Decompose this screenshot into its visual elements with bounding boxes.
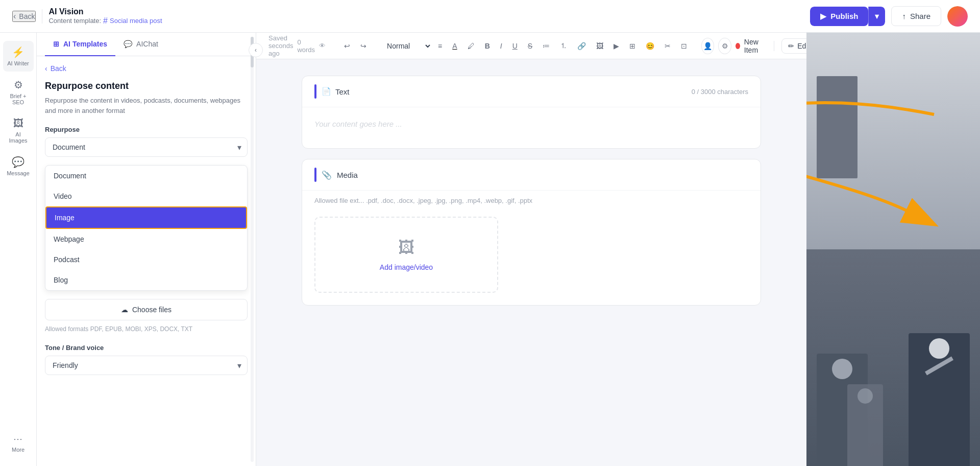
dropdown-item-webpage[interactable]: Webpage (45, 229, 247, 249)
align-button[interactable]: ≡ (434, 39, 446, 53)
share-label: Share (910, 12, 930, 20)
app-info: AI Vision Content template: # Social med… (48, 7, 162, 26)
publish-caret-button[interactable]: ▾ (868, 7, 885, 26)
bullet-list-button[interactable]: ≔ (538, 39, 554, 53)
play-toolbar-button[interactable]: ▶ (609, 39, 623, 53)
tab-aichat[interactable]: 💬 AIChat (115, 33, 166, 56)
sidebar-content: ‹ Back Repurpose content Repurpose the c… (37, 56, 256, 466)
lightning-icon: ⚡ (12, 46, 24, 58)
sidebar-item-more[interactable]: ··· More (3, 429, 34, 458)
back-button[interactable]: ‹ Back (12, 11, 36, 22)
avatar[interactable] (947, 6, 968, 27)
upload-placeholder-icon: 🖼 (398, 238, 414, 257)
choose-files-button[interactable]: ☁ Choose files (45, 299, 248, 320)
link-button[interactable]: 🔗 (573, 39, 590, 53)
musicians-photo (806, 33, 980, 466)
saved-text: Saved seconds ago (268, 34, 293, 57)
save-status: Saved seconds ago 0 words 👁 (268, 34, 326, 57)
editing-button[interactable]: ✏ Editing ▾ (781, 38, 806, 54)
trumpet (925, 357, 953, 376)
image-toolbar-button[interactable]: 🖼 (592, 39, 607, 53)
media-section-title: Media (337, 171, 358, 179)
sidebar-panel: ⊞ AI Templates 💬 AIChat ‹ ‹ Back Repurpo… (37, 33, 256, 466)
share-icon: ↑ (902, 12, 906, 20)
dropdown-item-podcast[interactable]: Podcast (45, 249, 247, 270)
sidebar-back-link[interactable]: ‹ Back (45, 64, 248, 73)
chevron-left-icon: ‹ (255, 46, 257, 54)
editor-content: 📄 Text 0 / 3000 characters Your content … (256, 59, 806, 466)
app-title: AI Vision (48, 7, 162, 16)
gear-icon: ⚙ (14, 79, 23, 91)
musician-3-head (857, 388, 873, 404)
redo-button[interactable]: ↪ (356, 39, 371, 53)
dropdown-item-video[interactable]: Video (45, 186, 247, 206)
musician-2 (909, 333, 970, 466)
template-link[interactable]: Social media post (110, 17, 162, 25)
sidebar-item-message[interactable]: 💬 Message (3, 151, 34, 181)
sidebar-back-label: Back (51, 64, 66, 73)
musician-2-head (929, 338, 949, 359)
repurpose-field-label: Repurpose (45, 126, 248, 133)
dropdown-item-blog[interactable]: Blog (45, 270, 247, 290)
text-section-name: 📄 Text (322, 87, 350, 96)
sidebar-tabs: ⊞ AI Templates 💬 AIChat (37, 33, 256, 56)
text-section: 📄 Text 0 / 3000 characters Your content … (302, 76, 761, 149)
back-arrow-icon: ‹ (13, 12, 16, 21)
nav-label-ai-images: AI Images (7, 131, 30, 144)
dropdown-item-document[interactable]: Document (45, 166, 247, 186)
sidebar-collapse-button[interactable]: ‹ (249, 43, 263, 57)
sidebar-item-brief-seo[interactable]: ⚙ Brief + SEO (3, 74, 34, 110)
sidebar-item-ai-writer[interactable]: ⚡ AI Writer (3, 41, 34, 72)
emoji-button[interactable]: 😊 (642, 39, 658, 53)
add-media-label: Add image/video (380, 263, 433, 271)
dropdown-item-image[interactable]: Image (45, 206, 247, 229)
table-button[interactable]: ⊞ (625, 39, 640, 53)
tone-select-wrap: Friendly Professional Casual ▾ (45, 356, 248, 375)
nav-label-message: Message (7, 170, 30, 176)
tone-select[interactable]: Friendly Professional Casual (45, 356, 248, 375)
share-button[interactable]: ↑ Share (891, 6, 941, 26)
image-icon: 🖼 (13, 118, 23, 129)
repurpose-dropdown-list: Document Video Image Webpage Podcast Blo… (45, 165, 248, 291)
media-section-bar (314, 168, 316, 182)
highlight-button[interactable]: 🖊 (463, 39, 479, 53)
indent-button[interactable]: ⊡ (677, 39, 691, 53)
underline-button[interactable]: U (508, 39, 522, 53)
repurpose-select-wrap: Document Video Image Webpage Podcast Blo… (45, 137, 248, 157)
new-item-dot (736, 43, 740, 49)
text-section-body[interactable]: Your content goes here ... (302, 107, 761, 148)
word-count: 0 words (297, 38, 315, 54)
strikethrough-button[interactable]: S (524, 39, 536, 53)
text-style-select[interactable]: Normal Heading 1 Heading 2 (381, 39, 432, 53)
undo-button[interactable]: ↩ (340, 39, 354, 53)
text-section-header: 📄 Text 0 / 3000 characters (302, 76, 761, 107)
editor-inner: 📄 Text 0 / 3000 characters Your content … (302, 76, 761, 306)
choose-files-label: Choose files (132, 306, 172, 314)
nav-label-ai-writer: AI Writer (7, 60, 29, 66)
media-allowed-text: Allowed file ext... .pdf, .doc, .docx, .… (302, 191, 761, 211)
numbered-list-button[interactable]: ⒈ (556, 38, 571, 54)
user-icon-button[interactable]: 👤 (701, 38, 714, 54)
tab-ai-templates-label: AI Templates (63, 40, 107, 48)
divider (42, 9, 42, 24)
settings-icon-button[interactable]: ⚙ (718, 38, 731, 54)
repurpose-select[interactable]: Document Video Image Webpage Podcast Blo… (45, 137, 248, 157)
italic-button[interactable]: I (496, 39, 506, 53)
media-upload-zone[interactable]: 🖼 Add image/video (314, 217, 498, 293)
new-item-button[interactable]: New Item (736, 38, 767, 54)
bold-button[interactable]: B (481, 39, 494, 53)
publish-button[interactable]: ▶ Publish (810, 7, 868, 26)
photo-panel (806, 33, 980, 466)
special-char-button[interactable]: ✂ (660, 39, 675, 53)
avatar-image (947, 6, 968, 27)
tab-ai-templates[interactable]: ⊞ AI Templates (45, 33, 115, 56)
new-item-label: New Item (744, 38, 767, 54)
text-section-label: Text (335, 87, 350, 96)
text-color-button[interactable]: A (448, 39, 461, 53)
toolbar-sep-4 (774, 41, 774, 51)
text-section-header-left: 📄 Text (314, 84, 350, 99)
sidebar-item-ai-images[interactable]: 🖼 AI Images (3, 112, 34, 149)
publish-group: ▶ Publish ▾ (810, 7, 885, 26)
building (817, 76, 857, 178)
formats-text: Allowed formats PDF, EPUB, MOBI, XPS, DO… (45, 324, 248, 334)
